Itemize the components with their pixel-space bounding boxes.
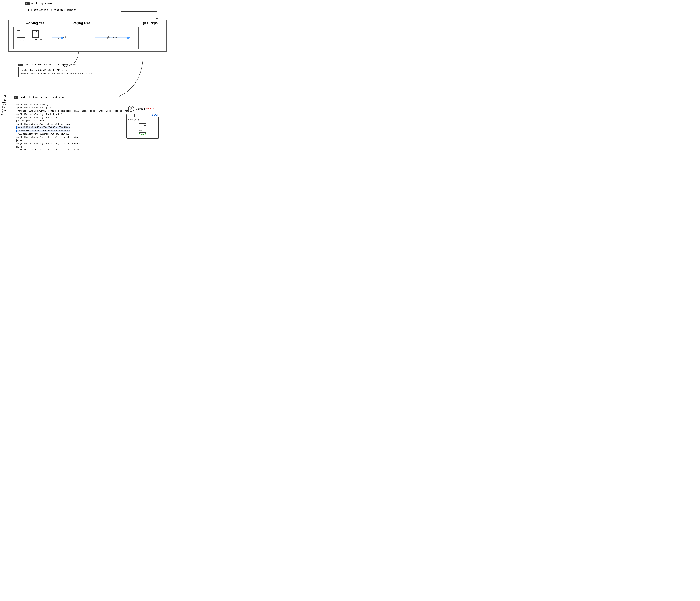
repo-line-15: gon@killua:~/Safrot/.git/objects$ git ca… <box>16 149 159 150</box>
file-txt-label-small: file.txt <box>139 130 146 132</box>
staging-line2: 100644 6bec9a5fa940e76212a8a224301ac83a3… <box>21 72 115 76</box>
repo-line-13: gon@killua:~/Safrot/.git/objects$ git ca… <box>16 142 159 146</box>
two-new-shas: 2 new SHA-1s. <box>4 94 6 111</box>
staging-terminal-header: >_ list all the files in Staging area <box>19 63 117 66</box>
folder-hash-label: a8b5d <box>151 114 157 116</box>
commit-section: Commit 0831b <box>128 106 171 112</box>
objects-diagram: Commit 0831b a8b5d folder (tree) <box>123 106 171 139</box>
repo-terminal-icon: >_ <box>14 96 18 99</box>
terminal-icon-top: >_ <box>25 2 30 5</box>
file-label: file.txt <box>32 38 42 41</box>
file-in-folder: file.txt 6bec9 <box>139 123 146 136</box>
working-tree-inner-box: .git file.txt <box>13 27 57 49</box>
staging-terminal-section: >_ list all the files in Staging area go… <box>19 63 117 77</box>
git-repo-inner-box <box>139 27 165 49</box>
repo-terminal-title: list all the files in git repo <box>19 96 65 99</box>
folder-diagram-container: a8b5d folder (tree) file.txt 6bec9 <box>126 114 171 139</box>
sha-6b: 6b <box>22 120 25 122</box>
find-a8-path: ./a8/b5d8e390da04fddb206c254066da178fd51… <box>16 126 70 129</box>
top-command-text: :~$ git commit -m "initial commit" <box>28 9 77 11</box>
staging-line1: gon@killua:~/Safrot$ git ls-files -s <box>21 69 115 72</box>
file-hash-label: 6bec9 <box>139 133 146 136</box>
repo-terminal-header: >_ list all the files in git repo <box>14 96 65 99</box>
working-tree-label: Working tree <box>26 22 44 25</box>
git-commit-label: git commit <box>106 36 120 39</box>
staging-terminal-title: list all the files in Staging area <box>24 63 76 66</box>
git-add-label: git add <box>58 36 67 39</box>
staging-terminal-box: gon@killua:~/Safrot$ git ls-files -s 100… <box>19 67 117 77</box>
staging-area-label: Staging Area <box>72 22 91 25</box>
commit-icon <box>128 106 134 112</box>
folder-large-shape: a8b5d folder (tree) file.txt 6bec9 <box>126 114 159 139</box>
diagram-outer-box: Working tree Staging Area git repo .git … <box>8 20 167 52</box>
blob-result: blob <box>16 146 23 149</box>
commit-text-label: Commit <box>135 107 145 110</box>
repo-line-14-blob: blob <box>16 146 159 149</box>
find-6b-path: ./6b/ec9a5fa940e76212a8a224301ac83a3a545… <box>16 130 70 132</box>
git-folder-icon: .git <box>17 30 25 42</box>
git-repo-label: git repo <box>143 22 157 25</box>
sha-08: 08 <box>16 120 20 122</box>
git-folder-label: .git <box>17 39 25 42</box>
top-command-box: :~$ git commit -m "initial commit" <box>25 7 121 13</box>
top-working-tree-header: >_ Working tree <box>25 2 52 5</box>
file-icon: file.txt <box>32 30 42 41</box>
sha-a8: a8 <box>26 120 30 122</box>
folder-sublabel: folder (tree) <box>128 119 139 121</box>
commit-hash-label: 0831b <box>147 107 154 110</box>
staging-inner-box <box>70 27 101 49</box>
staging-terminal-icon: >_ <box>19 63 23 66</box>
tree-result: tree <box>16 139 23 142</box>
top-working-tree-label: Working tree <box>31 2 52 5</box>
